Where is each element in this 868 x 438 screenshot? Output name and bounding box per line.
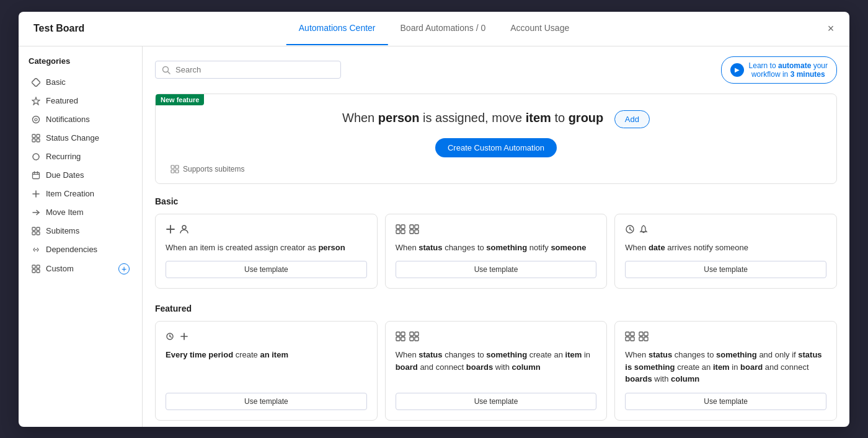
subitems-icon: [31, 226, 41, 236]
svg-rect-62: [639, 337, 643, 341]
new-feature-badge: New feature: [156, 94, 204, 105]
basic-card-2-use-template-button[interactable]: Use template: [396, 261, 597, 278]
modal-overlay: Test Board Automations Center Board Auto…: [0, 0, 868, 438]
sidebar-item-custom[interactable]: Custom +: [21, 259, 140, 279]
grid-icon-2: [409, 224, 419, 234]
svg-rect-25: [171, 165, 174, 169]
grid-icon-5: [625, 331, 635, 341]
search-input[interactable]: [175, 65, 334, 74]
svg-rect-22: [37, 269, 40, 273]
featured-card-3-use-template-button[interactable]: Use template: [625, 393, 826, 410]
plus-card-icon: [166, 224, 175, 234]
time-repeat-icon: [166, 331, 175, 341]
basic-card-3: When date arrives notify someone Use tem…: [614, 214, 837, 289]
svg-rect-16: [37, 227, 40, 230]
svg-point-3: [35, 118, 37, 121]
custom-icon: [31, 264, 41, 274]
featured-card-1-text: Every time period create an item: [166, 349, 367, 385]
svg-rect-21: [32, 269, 35, 273]
svg-point-31: [182, 226, 186, 229]
svg-rect-28: [175, 170, 179, 173]
featured-card-2-text: When status changes to something create …: [396, 349, 597, 385]
sidebar-item-dependencies[interactable]: Dependencies: [21, 240, 140, 259]
sidebar-item-featured[interactable]: Featured: [21, 92, 140, 110]
sidebar: Categories Basic Featured: [19, 46, 143, 427]
svg-rect-38: [410, 230, 414, 234]
svg-rect-48: [396, 332, 400, 336]
tab-account-usage[interactable]: Account Usage: [498, 12, 582, 45]
svg-rect-52: [410, 332, 414, 336]
svg-rect-61: [644, 332, 648, 336]
svg-rect-32: [396, 225, 400, 229]
modal-title: Test Board: [33, 23, 84, 34]
svg-rect-27: [171, 170, 174, 173]
tab-automations-center[interactable]: Automations Center: [286, 12, 388, 45]
svg-line-42: [630, 229, 632, 230]
person-card-icon: [179, 224, 189, 234]
move-item-icon: [31, 208, 41, 217]
modal: Test Board Automations Center Board Auto…: [19, 12, 849, 427]
svg-rect-26: [175, 165, 179, 169]
tab-board-automations[interactable]: Board Automations / 0: [388, 12, 498, 45]
create-custom-automation-button[interactable]: Create Custom Automation: [435, 138, 557, 157]
featured-section-title: Featured: [155, 304, 837, 313]
hero-add-button[interactable]: Add: [614, 110, 650, 128]
svg-line-45: [170, 336, 172, 338]
basic-cards-grid: When an item is created assign creator a…: [155, 214, 837, 289]
svg-rect-20: [37, 265, 40, 268]
diamond-icon: [31, 77, 41, 87]
sidebar-item-recurring[interactable]: Recurring: [21, 147, 140, 166]
svg-rect-54: [410, 337, 414, 341]
svg-rect-5: [37, 134, 40, 138]
svg-rect-59: [631, 337, 634, 341]
sidebar-item-item-creation[interactable]: Item Creation: [21, 185, 140, 203]
svg-rect-53: [415, 332, 418, 336]
svg-rect-15: [32, 227, 35, 230]
featured-card-1-use-template-button[interactable]: Use template: [166, 393, 367, 410]
status-icon: [31, 133, 41, 143]
plus-small-icon: [179, 331, 189, 341]
featured-card-2-use-template-button[interactable]: Use template: [396, 393, 597, 410]
svg-rect-55: [415, 337, 418, 341]
svg-rect-8: [33, 172, 40, 178]
grid-icon-3: [396, 331, 405, 341]
basic-card-1-use-template-button[interactable]: Use template: [166, 261, 367, 278]
sidebar-item-move-item[interactable]: Move Item: [21, 203, 140, 222]
close-button[interactable]: ×: [822, 20, 839, 37]
modal-header: Test Board Automations Center Board Auto…: [19, 12, 849, 46]
basic-card-3-text: When date arrives notify someone: [625, 242, 826, 254]
dependencies-icon: [31, 245, 41, 255]
star-icon: [31, 96, 41, 106]
sidebar-item-notifications[interactable]: Notifications: [21, 110, 140, 129]
sidebar-item-basic[interactable]: Basic: [21, 73, 140, 92]
featured-card-3: When status changes to something and onl…: [614, 321, 837, 421]
learn-automate-button[interactable]: ▶ Learn to automate yourworkflow in 3 mi…: [721, 56, 837, 84]
sidebar-item-subitems[interactable]: Subitems: [21, 222, 140, 240]
svg-rect-19: [32, 265, 35, 268]
hero-text: When person is assigned, move item to gr…: [170, 109, 822, 128]
add-custom-button[interactable]: +: [118, 263, 130, 274]
sidebar-item-status-change[interactable]: Status Change: [21, 129, 140, 147]
card-icons: [166, 331, 367, 341]
card-icons: [166, 224, 367, 234]
basic-card-3-use-template-button[interactable]: Use template: [625, 261, 826, 278]
svg-rect-49: [401, 332, 405, 336]
svg-rect-58: [626, 337, 629, 341]
card-icons: [625, 224, 826, 234]
basic-card-1-text: When an item is created assign creator a…: [166, 242, 367, 254]
svg-rect-17: [32, 232, 35, 235]
sidebar-item-due-dates[interactable]: Due Dates: [21, 166, 140, 185]
notifications-icon: [31, 115, 41, 125]
svg-rect-35: [401, 230, 405, 234]
hero-footer: Supports subitems: [170, 165, 822, 173]
grid-icon-1: [396, 224, 405, 234]
basic-card-1: When an item is created assign creator a…: [155, 214, 378, 289]
basic-section-title: Basic: [155, 196, 837, 206]
svg-rect-6: [32, 139, 35, 142]
clock-icon: [625, 224, 635, 234]
basic-card-2-text: When status changes to something notify …: [396, 242, 597, 254]
svg-rect-60: [639, 332, 643, 336]
svg-rect-57: [631, 332, 634, 336]
svg-rect-50: [396, 337, 400, 341]
bell-icon: [639, 224, 649, 234]
